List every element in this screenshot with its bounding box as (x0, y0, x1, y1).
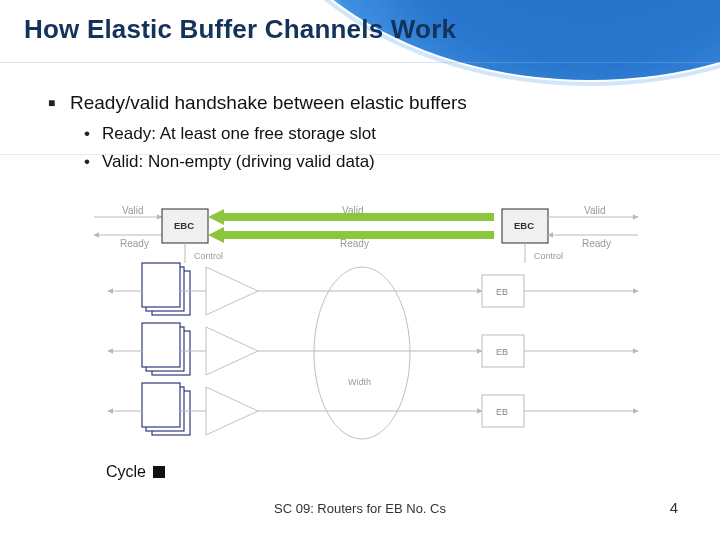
slide-title: How Elastic Buffer Channels Work (24, 14, 456, 45)
page-number: 4 (670, 499, 678, 516)
sub-bullet-list: Ready: At least one free storage slot Va… (84, 124, 680, 172)
ebc-text-right: EBC (514, 220, 534, 231)
buffer-column-left (142, 263, 190, 435)
label-valid-right: Valid (584, 205, 606, 216)
svg-marker-18 (206, 327, 258, 375)
svg-marker-5 (208, 227, 224, 243)
label-control-right: Control (534, 251, 563, 261)
svg-marker-4 (208, 209, 224, 225)
bullet-main: Ready/valid handshake between elastic bu… (48, 92, 680, 114)
diagram-area: Valid Ready EBC EBC Valid Ready Valid Re… (90, 205, 650, 460)
diagram-svg: Valid Ready EBC EBC Valid Ready Valid Re… (90, 205, 650, 460)
svg-rect-10 (142, 263, 180, 307)
svg-text:EB: EB (496, 287, 508, 297)
svg-text:EB: EB (496, 347, 508, 357)
svg-text:EB: EB (496, 407, 508, 417)
footer-text: SC 09: Routers for EB No. Cs (0, 501, 720, 516)
label-valid-left: Valid (122, 205, 144, 216)
bullet-sub-valid: Valid: Non-empty (driving valid data) (84, 152, 680, 172)
cycle-label: Cycle (106, 463, 165, 481)
label-ready-mid: Ready (340, 238, 369, 249)
label-ready-right: Ready (582, 238, 611, 249)
label-control-left: Control (194, 251, 223, 261)
slide-root: How Elastic Buffer Channels Work Ready/v… (0, 0, 720, 540)
svg-marker-17 (206, 267, 258, 315)
svg-rect-16 (142, 383, 180, 427)
width-oval (314, 267, 410, 439)
label-ready-left: Ready (120, 238, 149, 249)
body-text: Ready/valid handshake between elastic bu… (48, 92, 680, 180)
bullet-sub-ready: Ready: At least one free storage slot (84, 124, 680, 144)
svg-marker-19 (206, 387, 258, 435)
drivers (206, 267, 258, 435)
cycle-counter-glyph (153, 466, 165, 478)
divider-line-top (0, 62, 720, 63)
label-width: Width (348, 377, 371, 387)
eb-column-right: EB EB EB (482, 275, 638, 427)
ebc-text-left: EBC (174, 220, 194, 231)
bullet-list: Ready/valid handshake between elastic bu… (48, 92, 680, 114)
svg-rect-13 (142, 323, 180, 367)
